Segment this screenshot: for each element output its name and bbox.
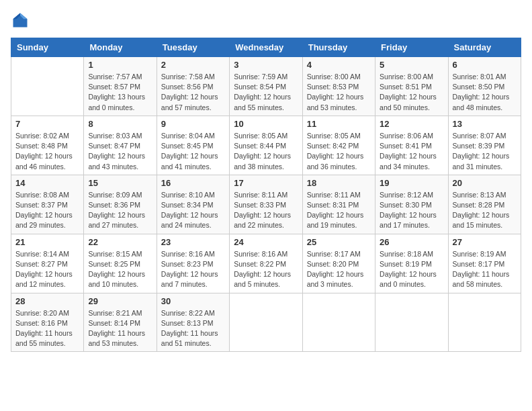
- header-day-tuesday: Tuesday: [157, 38, 229, 57]
- calendar-cell: 7Sunrise: 8:02 AMSunset: 8:48 PMDaylight…: [11, 116, 84, 175]
- day-number: 22: [88, 237, 152, 247]
- day-number: 29: [88, 296, 152, 306]
- calendar-cell: 25Sunrise: 8:17 AMSunset: 8:20 PMDayligh…: [302, 234, 375, 293]
- calendar-header: SundayMondayTuesdayWednesdayThursdayFrid…: [11, 38, 521, 57]
- calendar-cell: [448, 293, 521, 352]
- day-info: Sunrise: 8:01 AMSunset: 8:50 PMDaylight:…: [453, 72, 517, 113]
- day-info: Sunrise: 7:57 AMSunset: 8:57 PMDaylight:…: [88, 72, 152, 113]
- calendar-cell: 14Sunrise: 8:08 AMSunset: 8:37 PMDayligh…: [11, 175, 84, 234]
- day-info: Sunrise: 8:21 AMSunset: 8:14 PMDaylight:…: [88, 308, 152, 349]
- calendar-cell: 16Sunrise: 8:10 AMSunset: 8:34 PMDayligh…: [157, 175, 229, 234]
- day-info: Sunrise: 8:05 AMSunset: 8:44 PMDaylight:…: [234, 131, 298, 172]
- logo: [11, 11, 32, 30]
- calendar-cell: 24Sunrise: 8:16 AMSunset: 8:22 PMDayligh…: [230, 234, 302, 293]
- calendar-cell: 3Sunrise: 7:59 AMSunset: 8:54 PMDaylight…: [230, 57, 302, 116]
- day-number: 2: [161, 60, 225, 70]
- day-number: 19: [380, 178, 443, 188]
- day-info: Sunrise: 8:11 AMSunset: 8:33 PMDaylight:…: [234, 190, 298, 231]
- calendar-cell: 12Sunrise: 8:06 AMSunset: 8:41 PMDayligh…: [375, 116, 448, 175]
- day-number: 20: [453, 178, 517, 188]
- calendar-cell: 30Sunrise: 8:22 AMSunset: 8:13 PMDayligh…: [157, 293, 229, 352]
- calendar-cell: 1Sunrise: 7:57 AMSunset: 8:57 PMDaylight…: [84, 57, 157, 116]
- day-info: Sunrise: 8:12 AMSunset: 8:30 PMDaylight:…: [380, 190, 443, 231]
- day-number: 24: [234, 237, 298, 247]
- day-number: 8: [88, 119, 152, 129]
- calendar-cell: [375, 293, 448, 352]
- calendar-cell: 27Sunrise: 8:19 AMSunset: 8:17 PMDayligh…: [448, 234, 521, 293]
- day-info: Sunrise: 8:14 AMSunset: 8:27 PMDaylight:…: [15, 249, 79, 290]
- calendar-cell: 9Sunrise: 8:04 AMSunset: 8:45 PMDaylight…: [157, 116, 229, 175]
- day-number: 30: [161, 296, 225, 306]
- header-day-saturday: Saturday: [448, 38, 521, 57]
- calendar-cell: 11Sunrise: 8:05 AMSunset: 8:42 PMDayligh…: [302, 116, 375, 175]
- day-info: Sunrise: 8:17 AMSunset: 8:20 PMDaylight:…: [307, 249, 371, 290]
- day-info: Sunrise: 8:11 AMSunset: 8:31 PMDaylight:…: [307, 190, 371, 231]
- day-number: 9: [161, 119, 225, 129]
- day-number: 10: [234, 119, 298, 129]
- week-row-4: 21Sunrise: 8:14 AMSunset: 8:27 PMDayligh…: [11, 234, 521, 293]
- day-info: Sunrise: 8:19 AMSunset: 8:17 PMDaylight:…: [453, 249, 517, 290]
- day-info: Sunrise: 8:20 AMSunset: 8:16 PMDaylight:…: [15, 308, 79, 349]
- calendar-cell: 20Sunrise: 8:13 AMSunset: 8:28 PMDayligh…: [448, 175, 521, 234]
- calendar-cell: [302, 293, 375, 352]
- day-number: 27: [453, 237, 517, 247]
- calendar-cell: 13Sunrise: 8:07 AMSunset: 8:39 PMDayligh…: [448, 116, 521, 175]
- day-number: 5: [380, 60, 443, 70]
- calendar-cell: 6Sunrise: 8:01 AMSunset: 8:50 PMDaylight…: [448, 57, 521, 116]
- calendar-cell: 18Sunrise: 8:11 AMSunset: 8:31 PMDayligh…: [302, 175, 375, 234]
- day-number: 11: [307, 119, 371, 129]
- day-info: Sunrise: 8:16 AMSunset: 8:23 PMDaylight:…: [161, 249, 225, 290]
- day-number: 26: [380, 237, 443, 247]
- day-info: Sunrise: 8:06 AMSunset: 8:41 PMDaylight:…: [380, 131, 443, 172]
- day-info: Sunrise: 8:22 AMSunset: 8:13 PMDaylight:…: [161, 308, 225, 349]
- day-info: Sunrise: 8:00 AMSunset: 8:51 PMDaylight:…: [380, 72, 443, 113]
- calendar-cell: 29Sunrise: 8:21 AMSunset: 8:14 PMDayligh…: [84, 293, 157, 352]
- calendar-cell: 28Sunrise: 8:20 AMSunset: 8:16 PMDayligh…: [11, 293, 84, 352]
- calendar-cell: 26Sunrise: 8:18 AMSunset: 8:19 PMDayligh…: [375, 234, 448, 293]
- week-row-2: 7Sunrise: 8:02 AMSunset: 8:48 PMDaylight…: [11, 116, 521, 175]
- day-number: 18: [307, 178, 371, 188]
- day-number: 13: [453, 119, 517, 129]
- day-info: Sunrise: 8:08 AMSunset: 8:37 PMDaylight:…: [15, 190, 79, 231]
- day-number: 21: [15, 237, 79, 247]
- day-info: Sunrise: 8:07 AMSunset: 8:39 PMDaylight:…: [453, 131, 517, 172]
- week-row-5: 28Sunrise: 8:20 AMSunset: 8:16 PMDayligh…: [11, 293, 521, 352]
- header-day-monday: Monday: [84, 38, 157, 57]
- calendar-cell: 8Sunrise: 8:03 AMSunset: 8:47 PMDaylight…: [84, 116, 157, 175]
- day-number: 7: [15, 119, 79, 129]
- day-info: Sunrise: 8:03 AMSunset: 8:47 PMDaylight:…: [88, 131, 152, 172]
- header-day-thursday: Thursday: [302, 38, 375, 57]
- logo-icon: [11, 11, 30, 30]
- calendar-cell: 5Sunrise: 8:00 AMSunset: 8:51 PMDaylight…: [375, 57, 448, 116]
- calendar-cell: 22Sunrise: 8:15 AMSunset: 8:25 PMDayligh…: [84, 234, 157, 293]
- day-info: Sunrise: 8:10 AMSunset: 8:34 PMDaylight:…: [161, 190, 225, 231]
- day-info: Sunrise: 8:00 AMSunset: 8:53 PMDaylight:…: [307, 72, 371, 113]
- header-day-friday: Friday: [375, 38, 448, 57]
- day-number: 23: [161, 237, 225, 247]
- calendar-cell: [230, 293, 302, 352]
- day-info: Sunrise: 8:04 AMSunset: 8:45 PMDaylight:…: [161, 131, 225, 172]
- day-number: 17: [234, 178, 298, 188]
- week-row-3: 14Sunrise: 8:08 AMSunset: 8:37 PMDayligh…: [11, 175, 521, 234]
- calendar-table: SundayMondayTuesdayWednesdayThursdayFrid…: [11, 38, 521, 352]
- calendar-cell: 17Sunrise: 8:11 AMSunset: 8:33 PMDayligh…: [230, 175, 302, 234]
- calendar-cell: 19Sunrise: 8:12 AMSunset: 8:30 PMDayligh…: [375, 175, 448, 234]
- header-row: SundayMondayTuesdayWednesdayThursdayFrid…: [11, 38, 521, 57]
- calendar-cell: 10Sunrise: 8:05 AMSunset: 8:44 PMDayligh…: [230, 116, 302, 175]
- day-info: Sunrise: 8:15 AMSunset: 8:25 PMDaylight:…: [88, 249, 152, 290]
- day-info: Sunrise: 8:18 AMSunset: 8:19 PMDaylight:…: [380, 249, 443, 290]
- header-day-wednesday: Wednesday: [230, 38, 302, 57]
- day-number: 4: [307, 60, 371, 70]
- day-number: 16: [161, 178, 225, 188]
- day-number: 12: [380, 119, 443, 129]
- calendar-cell: 2Sunrise: 7:58 AMSunset: 8:56 PMDaylight…: [157, 57, 229, 116]
- header-day-sunday: Sunday: [11, 38, 84, 57]
- day-info: Sunrise: 7:59 AMSunset: 8:54 PMDaylight:…: [234, 72, 298, 113]
- calendar-cell: [11, 57, 84, 116]
- day-info: Sunrise: 8:13 AMSunset: 8:28 PMDaylight:…: [453, 190, 517, 231]
- day-info: Sunrise: 8:16 AMSunset: 8:22 PMDaylight:…: [234, 249, 298, 290]
- calendar-cell: 15Sunrise: 8:09 AMSunset: 8:36 PMDayligh…: [84, 175, 157, 234]
- day-number: 6: [453, 60, 517, 70]
- week-row-1: 1Sunrise: 7:57 AMSunset: 8:57 PMDaylight…: [11, 57, 521, 116]
- day-number: 1: [88, 60, 152, 70]
